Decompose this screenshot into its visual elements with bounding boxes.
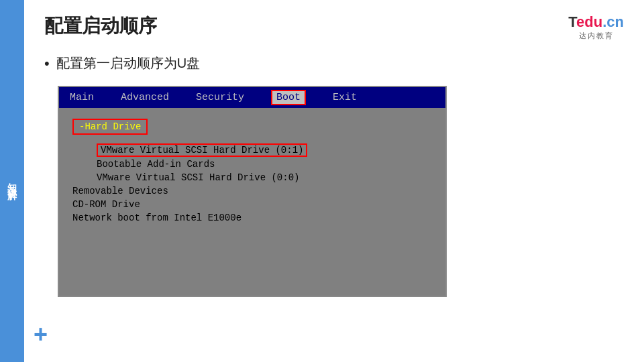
bios-menu-exit: Exit <box>333 92 357 103</box>
bios-content: -Hard Drive VMware Virtual SCSI Hard Dri… <box>59 108 445 296</box>
logo-text: Tedu.cn <box>568 13 624 31</box>
bios-item-network: Network boot from Intel E1000e <box>72 211 432 225</box>
bullet-item: • 配置第一启动顺序为U盘 <box>44 54 624 72</box>
hard-drive-label: -Hard Drive <box>72 119 148 135</box>
logo-cn: .cn <box>602 13 624 30</box>
bullet-section: • 配置第一启动顺序为U盘 <box>44 54 624 72</box>
bios-item-vmware-1-wrap: VMware Virtual SCSI Hard Drive (0:1) <box>72 143 432 158</box>
bios-item-vmware-1: VMware Virtual SCSI Hard Drive (0:1) <box>97 143 307 157</box>
bios-menubar: Main Advanced Security Boot Exit <box>59 87 445 108</box>
hard-drive-section: -Hard Drive <box>72 119 432 139</box>
page-title: 配置启动顺序 <box>44 13 157 39</box>
plus-symbol: + <box>34 320 48 348</box>
bullet-text: 配置第一启动顺序为U盘 <box>56 54 200 72</box>
sidebar-label: 知识讲解 <box>6 176 18 186</box>
bios-menu-security: Security <box>196 92 244 103</box>
main-content: 配置启动顺序 Tedu.cn 达内教育 • 配置第一启动顺序为U盘 Main A… <box>24 0 644 362</box>
bios-item-vmware-0: VMware Virtual SCSI Hard Drive (0:0) <box>72 171 432 184</box>
bios-item-cdrom: CD-ROM Drive <box>72 198 432 211</box>
logo-t: T <box>568 13 576 30</box>
logo-edu: edu <box>576 13 602 30</box>
bios-menu-advanced: Advanced <box>121 92 169 103</box>
bios-item-bootable: Bootable Add-in Cards <box>72 158 432 171</box>
logo-subtitle: 达内教育 <box>579 31 614 41</box>
header: 配置启动顺序 Tedu.cn 达内教育 <box>44 13 624 41</box>
sidebar: 知识讲解 <box>0 0 24 362</box>
bottom-plus-icon: + <box>34 320 48 349</box>
bios-menu-boot[interactable]: Boot <box>271 90 306 105</box>
bios-item-removable: Removable Devices <box>72 184 432 198</box>
bullet-dot: • <box>44 55 50 72</box>
bios-menu-main: Main <box>70 92 94 103</box>
logo: Tedu.cn 达内教育 <box>568 13 624 41</box>
bios-container: Main Advanced Security Boot Exit -Hard D… <box>58 86 447 297</box>
